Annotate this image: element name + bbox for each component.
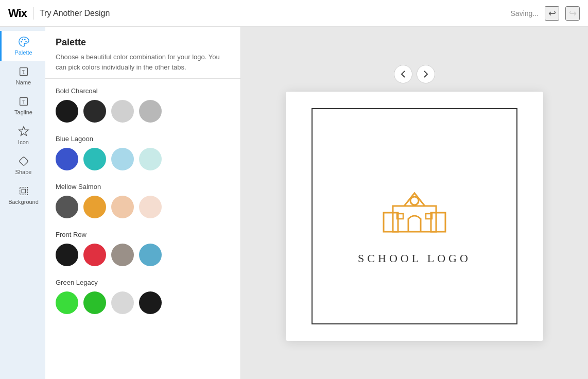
svg-marker-8 [19, 127, 28, 135]
color-swatch[interactable] [56, 148, 78, 170]
canvas-nav [394, 65, 435, 83]
color-swatch[interactable] [111, 291, 134, 314]
icon-icon [18, 126, 29, 137]
svg-point-0 [21, 41, 22, 43]
color-swatch[interactable] [111, 148, 134, 170]
color-swatch[interactable] [56, 244, 78, 266]
palette-description: Choose a beautiful color combination for… [56, 52, 230, 72]
undo-button[interactable]: ↩ [545, 6, 559, 21]
sidebar-background-label: Background [8, 199, 39, 205]
color-swatch[interactable] [139, 244, 162, 266]
prev-design-button[interactable] [394, 65, 412, 83]
prev-arrow-icon [401, 70, 406, 78]
sidebar-icon-label: Icon [18, 139, 29, 145]
color-swatch[interactable] [111, 100, 134, 123]
palette-swatches [56, 244, 230, 266]
sidebar-palette-label: Palette [14, 49, 32, 56]
color-swatch[interactable] [83, 100, 106, 123]
color-swatch[interactable] [111, 244, 134, 266]
sidebar-item-icon[interactable]: Icon [0, 120, 45, 150]
color-swatch[interactable] [139, 100, 162, 123]
sidebar-nav: Palette T Name T Tagline Icon [0, 27, 45, 379]
sidebar-item-background[interactable]: Background [0, 180, 45, 210]
sidebar-name-label: Name [16, 79, 31, 85]
color-swatch[interactable] [139, 148, 162, 170]
palette-group: Front Row [56, 231, 230, 266]
color-swatch[interactable] [56, 291, 78, 314]
sidebar-item-name[interactable]: T Name [0, 61, 45, 91]
palette-group: Mellow Salmon [56, 183, 230, 218]
palette-group-name: Bold Charcoal [56, 87, 230, 95]
color-swatch[interactable] [83, 291, 106, 314]
svg-text:T: T [22, 100, 25, 105]
svg-point-1 [22, 39, 23, 41]
palette-swatches [56, 148, 230, 170]
canvas-area: School Logo [241, 27, 588, 379]
tagline-icon: T [18, 96, 29, 107]
svg-point-2 [24, 39, 25, 41]
palette-panel: Palette Choose a beautiful color combina… [45, 27, 241, 379]
logo-frame: School Logo [312, 108, 517, 324]
main-area: Palette T Name T Tagline Icon [0, 27, 588, 379]
sidebar-tagline-label: Tagline [14, 109, 32, 115]
svg-text:T: T [22, 69, 25, 75]
palette-swatches [56, 100, 230, 123]
redo-button[interactable]: ↪ [565, 6, 580, 21]
palette-header: Palette Choose a beautiful color combina… [45, 27, 240, 78]
palette-icon [18, 36, 29, 47]
palette-group-name: Front Row [56, 231, 230, 238]
color-swatch[interactable] [83, 244, 106, 266]
topbar-right: Saving... ↩ ↪ [511, 6, 580, 21]
svg-point-13 [410, 197, 419, 205]
color-swatch[interactable] [139, 196, 162, 218]
color-swatch[interactable] [83, 148, 106, 170]
name-icon: T [18, 66, 29, 77]
background-icon [18, 185, 29, 197]
svg-rect-11 [384, 213, 398, 232]
palette-group-name: Green Legacy [56, 279, 230, 286]
palette-swatches [56, 196, 230, 218]
sidebar-item-shape[interactable]: Shape [0, 150, 45, 180]
color-swatch[interactable] [139, 291, 162, 314]
topbar-divider [33, 7, 33, 20]
saving-status: Saving... [511, 9, 539, 18]
palette-group-name: Blue Lagoon [56, 135, 230, 143]
logo-text: School Logo [358, 252, 471, 265]
svg-rect-12 [431, 213, 445, 232]
topbar: Wix Try Another Design Saving... ↩ ↪ [0, 0, 588, 27]
palette-group-name: Mellow Salmon [56, 183, 230, 191]
shape-icon [18, 156, 29, 167]
sidebar-item-palette[interactable]: Palette [0, 31, 45, 61]
color-swatch[interactable] [111, 196, 134, 218]
next-design-button[interactable] [417, 65, 435, 83]
topbar-title: Try Another Design [40, 9, 110, 18]
logo-icon [378, 167, 451, 242]
sidebar-shape-label: Shape [15, 169, 32, 175]
palette-group: Blue Lagoon [56, 135, 230, 170]
color-swatch[interactable] [56, 196, 78, 218]
next-arrow-icon [423, 70, 428, 78]
palette-title: Palette [56, 37, 230, 48]
palette-group: Bold Charcoal [56, 87, 230, 123]
canvas-card: School Logo [286, 92, 543, 341]
wix-logo: Wix [8, 7, 27, 20]
svg-point-3 [25, 41, 27, 43]
palette-group: Green Legacy [56, 279, 230, 314]
palette-list: Bold CharcoalBlue LagoonMellow SalmonFro… [45, 79, 240, 379]
color-swatch[interactable] [83, 196, 106, 218]
sidebar-item-tagline[interactable]: T Tagline [0, 91, 45, 120]
palette-swatches [56, 291, 230, 314]
color-swatch[interactable] [56, 100, 78, 123]
svg-rect-9 [19, 157, 28, 166]
